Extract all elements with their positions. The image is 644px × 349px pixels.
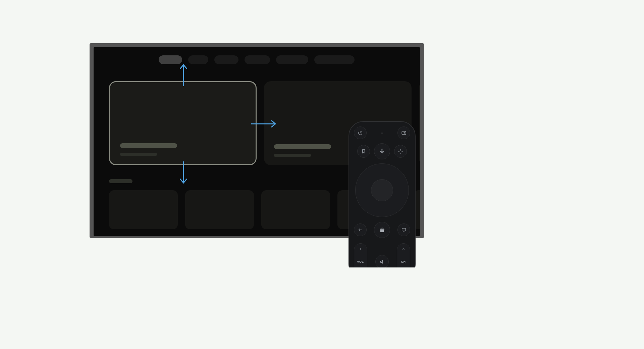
hero-card-partial[interactable] [419, 81, 420, 165]
bookmark-icon [361, 149, 366, 154]
diagram-canvas: VOL CH [5, 5, 498, 267]
nav-tab[interactable] [245, 55, 270, 64]
voice-button[interactable] [374, 143, 390, 159]
settings-button[interactable] [394, 145, 407, 158]
tv-icon [401, 227, 407, 233]
content-card[interactable] [261, 190, 330, 229]
power-icon [358, 130, 363, 136]
home-button[interactable] [374, 222, 390, 238]
volume-rocker[interactable]: VOL [354, 243, 367, 267]
svg-rect-6 [402, 228, 406, 231]
mute-button[interactable] [375, 255, 389, 267]
card-title-placeholder [120, 143, 177, 148]
ch-label: CH [401, 260, 406, 263]
input-icon [401, 130, 407, 136]
arrow-right-icon [251, 119, 278, 129]
svg-point-5 [400, 151, 401, 152]
card-subtitle-placeholder [120, 153, 157, 156]
section-label-placeholder [109, 179, 132, 183]
bookmark-button[interactable] [357, 145, 370, 158]
nav-tabs [94, 55, 420, 64]
input-button[interactable] [397, 127, 410, 139]
guide-button[interactable] [397, 223, 410, 236]
gear-icon [398, 149, 403, 154]
nav-tab[interactable] [314, 55, 355, 64]
content-card[interactable] [185, 190, 254, 229]
speaker-icon [379, 259, 385, 264]
card-subtitle-placeholder [274, 154, 311, 157]
svg-rect-4 [381, 149, 383, 152]
plus-icon [359, 247, 363, 251]
vol-label: VOL [357, 260, 364, 263]
card-title-placeholder [274, 144, 331, 149]
dpad-select-button[interactable] [371, 179, 393, 201]
nav-tab[interactable] [214, 55, 238, 64]
back-button[interactable] [354, 223, 367, 236]
arrow-left-icon [358, 227, 363, 233]
channel-rocker[interactable]: CH [397, 243, 410, 267]
nav-tab[interactable] [188, 55, 208, 64]
content-card[interactable] [109, 190, 178, 229]
tv-remote: VOL CH [348, 121, 416, 267]
dpad[interactable] [355, 163, 409, 217]
nav-tab[interactable] [276, 55, 308, 64]
arrow-down-icon [178, 161, 189, 186]
led-indicator [381, 133, 383, 134]
chevron-up-icon [401, 247, 406, 251]
mic-icon [379, 148, 385, 155]
hero-card-focused[interactable] [109, 81, 257, 165]
home-icon [379, 227, 385, 233]
arrow-up-icon [178, 63, 189, 86]
power-button[interactable] [354, 127, 367, 139]
